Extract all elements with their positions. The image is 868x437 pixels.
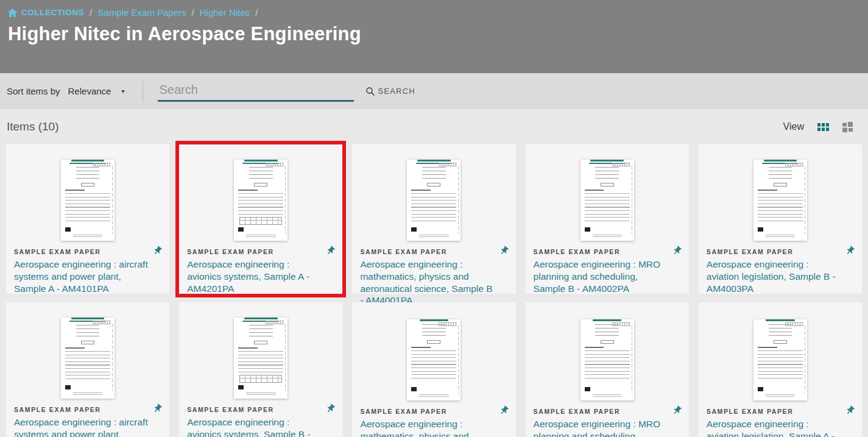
card-title[interactable]: Aerospace engineering : aircraft systems…: [14, 258, 149, 294]
card-text: SAMPLE EXAM PAPER Aerospace engineering …: [699, 241, 862, 294]
masonry-view-button[interactable]: [842, 122, 853, 132]
thumb-center-text: [769, 167, 792, 182]
thumb-instructions-list: [65, 193, 110, 221]
thumb-center-text: [76, 167, 100, 182]
sort-select[interactable]: Relevance ▾: [68, 86, 125, 96]
thumb-logo: [758, 227, 763, 232]
card-text: SAMPLE EXAM PAPER Aerospace engineering …: [6, 241, 169, 294]
card-title[interactable]: Aerospace engineering : MRO planning and…: [534, 258, 668, 294]
card-type-label: SAMPLE EXAM PAPER: [360, 248, 495, 255]
pin-icon[interactable]: [323, 244, 338, 258]
thumb-sample-box: [81, 183, 94, 187]
thumb-logo: [65, 227, 71, 232]
card-title[interactable]: Aerospace engineering : avionics systems…: [187, 258, 322, 294]
pin-icon[interactable]: [150, 244, 165, 258]
pin-icon[interactable]: [843, 244, 858, 258]
exam-paper-card[interactable]: SAMPLE EXAM PAPER Aerospace engineering …: [352, 302, 515, 437]
card-type-label: SAMPLE EXAM PAPER: [360, 408, 495, 415]
pin-icon[interactable]: [496, 403, 511, 418]
card-text: SAMPLE EXAM PAPER Aerospace engineering …: [179, 399, 342, 437]
breadcrumb-separator: /: [255, 7, 258, 18]
thumb-instructions-list: [238, 351, 283, 373]
thumb-instructions-heading: [238, 190, 258, 191]
card-type-label: SAMPLE EXAM PAPER: [14, 248, 149, 255]
breadcrumb-link-higher-nitec[interactable]: Higher Nitec: [200, 7, 250, 18]
grid-view-icon: [817, 123, 829, 131]
pin-icon[interactable]: [496, 244, 511, 258]
card-title[interactable]: Aerospace engineering : MRO planning and…: [534, 418, 668, 437]
chevron-down-icon: ▾: [121, 88, 124, 94]
pin-icon[interactable]: [323, 402, 338, 416]
thumb-instructions-heading: [585, 190, 604, 191]
document-thumbnail[interactable]: [407, 160, 460, 241]
breadcrumb-link-sample-exam-papers[interactable]: Sample Exam Papers: [98, 7, 186, 18]
card-type-label: SAMPLE EXAM PAPER: [187, 406, 322, 413]
thumb-heading-line: [416, 163, 453, 165]
thumb-sample-box: [774, 340, 787, 344]
thumb-center-text: [76, 325, 100, 339]
thumb-instructions-heading: [65, 347, 85, 349]
card-type-label: SAMPLE EXAM PAPER: [534, 408, 668, 415]
card-title[interactable]: Aerospace engineering : aircraft systems…: [14, 416, 149, 437]
card-text: SAMPLE EXAM PAPER Aerospace engineering …: [526, 400, 689, 437]
exam-paper-card[interactable]: SAMPLE EXAM PAPER Aerospace engineering …: [179, 302, 342, 437]
document-thumbnail[interactable]: [580, 160, 634, 241]
document-thumbnail[interactable]: [61, 318, 115, 399]
thumb-instructions-list: [411, 350, 456, 378]
thumb-sample-box: [774, 183, 787, 187]
pin-icon[interactable]: [843, 403, 858, 418]
card-title[interactable]: Aerospace engineering : mathematics, phy…: [360, 258, 495, 307]
document-thumbnail[interactable]: [580, 319, 634, 400]
card-title[interactable]: Aerospace engineering : aviation legisla…: [707, 258, 841, 294]
thumb-heading-line: [593, 319, 622, 321]
document-thumbnail[interactable]: [234, 318, 288, 399]
search-input[interactable]: [158, 80, 354, 102]
sort-items-by-label: Sort items by: [7, 86, 60, 96]
card-type-label: SAMPLE EXAM PAPER: [14, 406, 149, 413]
thumb-heading-line: [420, 319, 449, 321]
card-title[interactable]: Aerospace engineering : aviation legisla…: [707, 418, 841, 437]
thumb-instructions-list: [238, 193, 283, 215]
page-title: Higher Nitec in Aerospace Engineering: [8, 23, 868, 45]
card-type-label: SAMPLE EXAM PAPER: [187, 248, 322, 255]
document-thumbnail[interactable]: [753, 160, 807, 241]
thumb-heading-line: [69, 321, 106, 322]
thumb-footer-text: [419, 394, 448, 397]
exam-paper-card[interactable]: SAMPLE EXAM PAPER Aerospace engineering …: [179, 144, 342, 294]
pin-icon[interactable]: [150, 402, 165, 416]
thumb-instructions-heading: [758, 347, 777, 348]
thumb-heading-line: [589, 163, 626, 165]
exam-paper-card[interactable]: SAMPLE EXAM PAPER Aerospace engineering …: [699, 302, 862, 437]
thumb-footer-text: [246, 393, 275, 396]
exam-paper-card[interactable]: SAMPLE EXAM PAPER Aerospace engineering …: [526, 144, 689, 294]
card-text: SAMPLE EXAM PAPER Aerospace engineering …: [526, 241, 689, 294]
exam-paper-card[interactable]: SAMPLE EXAM PAPER Aerospace engineering …: [352, 144, 515, 294]
toolbar-divider: [143, 81, 143, 102]
thumb-marks-table: [239, 375, 282, 383]
exam-paper-card[interactable]: SAMPLE EXAM PAPER Aerospace engineering …: [6, 302, 169, 437]
exam-paper-card[interactable]: SAMPLE EXAM PAPER Aerospace engineering …: [699, 144, 862, 294]
search-button[interactable]: SEARCH: [365, 87, 415, 96]
document-thumbnail[interactable]: [234, 160, 288, 241]
thumb-marks-table: [239, 217, 282, 225]
search-icon: [365, 87, 375, 96]
thumb-heading-line: [242, 321, 279, 322]
document-thumbnail[interactable]: [753, 319, 807, 400]
thumb-instructions-heading: [238, 347, 258, 349]
card-text: SAMPLE EXAM PAPER Aerospace engineering …: [6, 399, 169, 437]
thumb-footer-text: [766, 394, 795, 397]
document-thumbnail[interactable]: [407, 319, 460, 400]
card-title[interactable]: Aerospace engineering : avionics systems…: [187, 416, 322, 437]
exam-paper-card[interactable]: SAMPLE EXAM PAPER Aerospace engineering …: [526, 302, 689, 437]
pin-icon[interactable]: [669, 403, 684, 418]
thumb-heading-line: [71, 318, 105, 319]
card-type-label: SAMPLE EXAM PAPER: [707, 408, 841, 415]
exam-paper-card[interactable]: SAMPLE EXAM PAPER Aerospace engineering …: [6, 144, 169, 294]
thumb-heading-line: [69, 163, 106, 165]
card-title[interactable]: Aerospace engineering : mathematics, phy…: [360, 418, 495, 437]
thumb-center-text: [249, 167, 273, 182]
document-thumbnail[interactable]: [61, 160, 115, 241]
breadcrumb-home-link[interactable]: COLLECTIONS: [8, 8, 84, 17]
pin-icon[interactable]: [669, 244, 684, 258]
grid-view-button[interactable]: [817, 123, 829, 131]
